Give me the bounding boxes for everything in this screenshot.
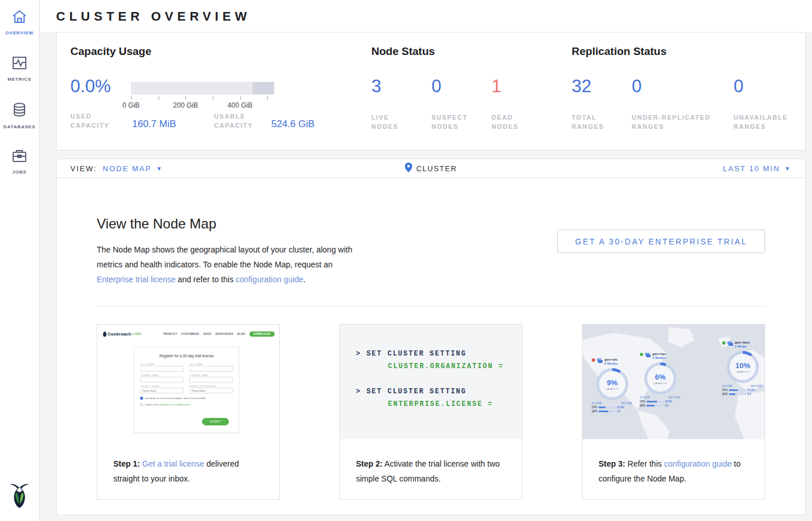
axis-label-400: 400 GiB [228,101,252,109]
step2-card: > SET CLUSTER SETTING CLUSTER.ORGANIZATI… [339,324,522,500]
node-map-panel: View the Node Map The Node Map shows the… [56,178,806,515]
description-text: and refer to this [176,275,236,284]
panel-heading: View the Node Map [97,216,366,232]
enterprise-trial-license-link[interactable]: Enterprise trial license [97,275,176,284]
sidebar: OVERVIEW METRICS DATABASES JOBS [0,0,39,521]
capacity-percent: 0.0% [70,76,111,97]
used-capacity-label: USED CAPACITY [70,112,122,130]
metrics-icon [11,56,27,73]
capacity-bar-chart: 0 GiB 200 GiB 400 GiB [131,82,274,109]
home-icon [11,9,27,26]
cockroachdb-logo [8,482,31,512]
step2-caption: Step 2: Activate the trial license with … [356,456,508,486]
sidebar-item-overview[interactable]: OVERVIEW [0,0,39,46]
view-selector-dropdown[interactable]: NODE MAP ▼ [103,164,163,173]
bug-icon [103,331,106,337]
node-status-title: Node Status [371,45,435,58]
capacity-donut: 9% CAPACITY [596,368,628,400]
mini-form-title: Register for a 30-day trial license [134,354,239,358]
live-nodes-value: 3 [371,76,381,97]
total-ranges-label: TOTAL RANGES [572,113,612,131]
unavailable-value: 0 [734,76,743,97]
capacity-bar [131,82,274,94]
sidebar-item-label: METRICS [7,77,31,82]
divider [97,306,765,306]
mini-checkbox-checked [140,397,143,400]
node-stack-icon [727,341,733,346]
mini-checkbox-unchecked [140,403,143,406]
capacity-usage-title: Capacity Usage [70,45,152,58]
node-up-icon [640,353,643,356]
sidebar-item-label: DATABASES [3,124,35,129]
mini-download-button: DOWNLOAD [249,331,275,337]
step3-card: geo=sfo 2 Nodes 9% CAPACITY 3.2 GiB351 G… [582,324,765,500]
capacity-axis-ticks [131,96,274,100]
node-stack-icon [597,358,603,364]
chevron-down-icon: ▼ [156,165,163,172]
under-replicated-label: UNDER-REPLICATED RANGES [632,113,723,131]
sidebar-item-label: OVERVIEW [5,30,33,35]
node-map-preview: geo=sfo 2 Nodes 9% CAPACITY 3.2 GiB351 G… [583,325,765,439]
page-title: CLUSTER OVERVIEW [40,0,812,33]
sidebar-item-metrics[interactable]: METRICS [0,46,39,93]
total-ranges-value: 32 [572,76,591,97]
breadcrumb-label: CLUSTER [416,164,457,173]
configuration-guide-link[interactable]: configuration guide [236,275,303,284]
capacity-donut: 6% CAPACITY [644,362,676,394]
database-icon [11,102,27,120]
mini-registration-form: Register for a 30-day trial license FIRS… [134,347,239,433]
sql-commands-preview: > SET CLUSTER SETTING CLUSTER.ORGANIZATI… [340,325,522,439]
view-label: VIEW: [70,164,97,173]
time-range-value: LAST 10 MIN [723,164,780,173]
dead-nodes-value: 1 [492,76,501,97]
view-selector-value: NODE MAP [103,164,152,173]
suspect-nodes-label: SUSPECT NODES [431,113,472,131]
mini-nav: PRODUCTCUSTOMERS DOCSRESOURCES BLOG DOWN… [163,331,275,337]
view-bar: VIEW: NODE MAP ▼ CLUSTER LAST 10 MIN ▼ [56,159,806,178]
cluster-summary-panel: Capacity Usage 0.0% 0 GiB 200 GiB 400 Gi… [56,32,806,151]
sidebar-item-label: JOBS [13,169,27,175]
description-text: The Node Map shows the geographical layo… [97,245,352,269]
axis-label-0: 0 GiB [122,101,140,109]
time-range-dropdown[interactable]: LAST 10 MIN ▼ [723,164,791,173]
mini-submit-button: SUBMIT [202,418,229,425]
live-nodes-label: LIVE NODES [371,113,411,131]
map-widget-nyc: geo=nyc 2 Nodes 6% CAPACITY 3.7 GiB43.7 … [640,352,682,407]
enterprise-trial-button[interactable]: GET A 30-DAY ENTERPRISE TRIAL [557,230,765,253]
used-capacity-value: 160.7 MiB [132,119,176,130]
registration-page-screenshot: Cockroach LABS PRODUCTCUSTOMERS DOCSRESO… [97,325,279,439]
replication-status-title: Replication Status [572,45,667,58]
usable-capacity-label: USABLE CAPACITY [214,112,266,130]
dead-nodes-label: DEAD NODES [492,113,532,131]
sidebar-item-jobs[interactable]: JOBS [0,139,39,185]
under-replicated-value: 0 [632,76,641,97]
sidebar-item-databases[interactable]: DATABASES [0,93,39,139]
step3-caption: Step 3: Refer this configuration guide t… [599,456,751,486]
usable-capacity-value: 524.6 GiB [271,119,315,130]
description-text: . [303,275,306,284]
get-trial-license-link[interactable]: Get a trial license [142,459,204,468]
location-pin-icon [405,163,412,174]
mini-cockroach-logo: Cockroach LABS [103,331,141,337]
configuration-guide-link-step3[interactable]: configuration guide [664,459,731,468]
topbar: CLUSTER OVERVIEW [40,0,812,32]
map-widget-ams: geo=ams 1 Node 10% CAPACITY 3.6 GiB34.4 … [722,341,765,396]
node-stack-icon [645,352,651,358]
unavailable-label: UNAVAILABLE RANGES [734,113,797,131]
capacity-donut: 10% CAPACITY [727,351,759,383]
briefcase-icon [11,148,27,165]
chevron-down-icon: ▼ [785,165,791,172]
axis-label-200: 200 GiB [173,101,198,109]
map-widget-sfo: geo=sfo 2 Nodes 9% CAPACITY 3.2 GiB351 G… [592,358,634,413]
node-down-icon [592,358,595,362]
suspect-nodes-value: 0 [431,76,441,97]
node-up-icon [722,341,726,345]
breadcrumb-cluster: CLUSTER [405,163,457,174]
step1-caption: Step 1: Get a trial license delivered st… [113,456,266,486]
capacity-bar-other-segment [252,82,274,94]
step1-card: Cockroach LABS PRODUCTCUSTOMERS DOCSRESO… [97,324,280,500]
panel-description: The Node Map shows the geographical layo… [97,242,366,287]
